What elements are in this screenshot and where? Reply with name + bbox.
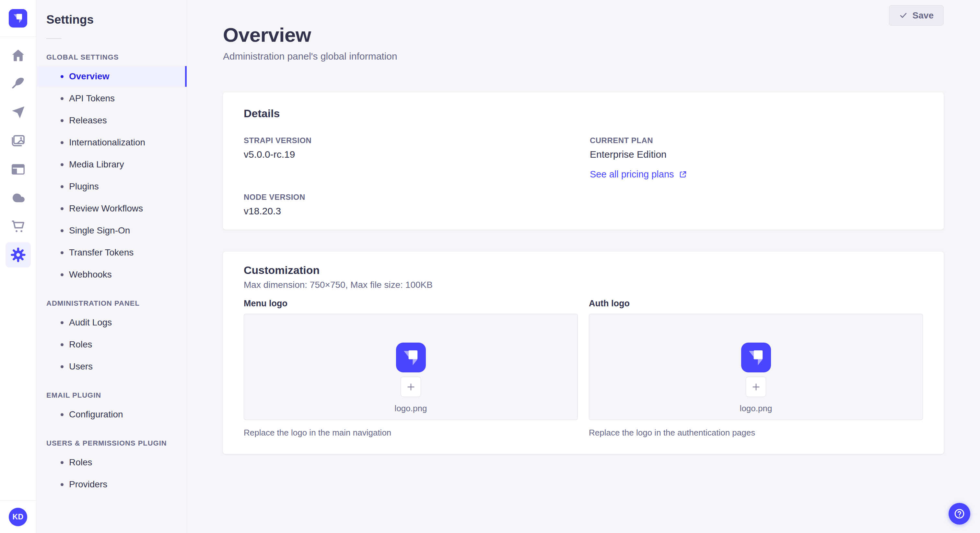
menu-logo-label: Menu logo xyxy=(244,298,578,309)
customization-card-title: Customization xyxy=(244,264,923,276)
home-icon[interactable] xyxy=(11,48,25,63)
add-logo-button[interactable] xyxy=(401,377,421,397)
workspace-logo-area xyxy=(0,0,36,37)
auth-logo-dropzone[interactable]: logo.png xyxy=(589,314,923,420)
sidebar-item-users[interactable]: Users xyxy=(37,356,187,377)
external-link-icon xyxy=(679,170,687,179)
add-logo-button[interactable] xyxy=(746,377,766,397)
bullet-icon xyxy=(60,141,64,144)
sidebar-item-label: Configuration xyxy=(69,409,123,420)
strapi-logo xyxy=(741,343,771,373)
sidebar-item-configuration[interactable]: Configuration xyxy=(37,404,187,425)
sidebar-item-transfer-tokens[interactable]: Transfer Tokens xyxy=(37,242,187,263)
sidebar-item-plugins[interactable]: Plugins xyxy=(37,176,187,197)
nav-section-heading: ADMINISTRATION PANEL xyxy=(46,299,177,308)
plus-icon xyxy=(751,382,761,392)
bullet-icon xyxy=(60,229,64,232)
details-card-title: Details xyxy=(244,107,923,120)
save-button-label: Save xyxy=(913,10,934,21)
sidebar-item-label: Internationalization xyxy=(69,137,145,148)
nav-section-heading: EMAIL PLUGIN xyxy=(46,391,177,400)
nav-section-heading: GLOBAL SETTINGS xyxy=(46,53,177,62)
strapi-version-label: STRAPI VERSION xyxy=(244,136,590,145)
bullet-icon xyxy=(60,97,64,100)
bullet-icon xyxy=(60,343,64,346)
subnav-title: Settings xyxy=(46,13,187,27)
nav-section-heading: USERS & PERMISSIONS PLUGIN xyxy=(46,439,177,447)
sidebar-item-label: Audit Logs xyxy=(69,317,112,328)
page-title: Overview xyxy=(223,23,944,46)
save-button[interactable]: Save xyxy=(889,5,944,25)
bullet-icon xyxy=(60,273,64,276)
bullet-icon xyxy=(60,413,64,416)
strapi-logo xyxy=(396,343,426,373)
sidebar-item-label: Media Library xyxy=(69,159,124,170)
bullet-icon xyxy=(60,207,64,210)
sidebar-item-label: Transfer Tokens xyxy=(69,247,134,258)
settings-subnav: Settings GLOBAL SETTINGSOverviewAPI Toke… xyxy=(37,0,187,533)
current-plan-field: CURRENT PLAN Enterprise Edition See all … xyxy=(590,136,923,180)
sidebar-item-roles[interactable]: Roles xyxy=(37,334,187,355)
sidebar-item-single-sign-on[interactable]: Single Sign-On xyxy=(37,220,187,241)
sidebar-item-review-workflows[interactable]: Review Workflows xyxy=(37,198,187,219)
strapi-version-value: v5.0.0-rc.19 xyxy=(244,149,590,160)
main-navigation-rail: KD xyxy=(0,0,36,533)
node-version-value: v18.20.3 xyxy=(244,206,590,217)
question-mark-circle-icon xyxy=(953,508,966,520)
logos-grid: Menu logo logo.png xyxy=(244,298,923,438)
menu-logo-uploader: Menu logo logo.png xyxy=(244,298,578,438)
auth-logo-helper: Replace the logo in the authentication p… xyxy=(589,428,923,438)
menu-logo-dropzone[interactable]: logo.png xyxy=(244,314,578,420)
cloud-icon[interactable] xyxy=(11,190,25,205)
pictures-icon[interactable] xyxy=(11,133,25,148)
sidebar-item-label: Overview xyxy=(69,71,110,82)
details-grid: STRAPI VERSION v5.0.0-rc.19 CURRENT PLAN… xyxy=(244,136,923,217)
strapi-version-field: STRAPI VERSION v5.0.0-rc.19 xyxy=(244,136,590,180)
paper-plane-icon[interactable] xyxy=(11,105,25,120)
bullet-icon xyxy=(60,365,64,368)
sidebar-item-label: Plugins xyxy=(69,181,99,192)
auth-logo-filename: logo.png xyxy=(740,403,772,414)
current-plan-value: Enterprise Edition xyxy=(590,149,923,160)
sidebar-item-label: Releases xyxy=(69,115,107,125)
sidebar-item-providers[interactable]: Providers xyxy=(37,474,187,495)
bullet-icon xyxy=(60,163,64,166)
menu-logo-helper: Replace the logo in the main navigation xyxy=(244,428,578,438)
sidebar-item-label: Roles xyxy=(69,339,92,350)
pricing-plans-link[interactable]: See all pricing plans xyxy=(590,169,687,180)
help-button[interactable] xyxy=(948,503,970,525)
sidebar-item-internationalization[interactable]: Internationalization xyxy=(37,132,187,153)
subnav-divider xyxy=(46,38,62,39)
sidebar-item-overview[interactable]: Overview xyxy=(37,66,187,87)
gear-icon[interactable] xyxy=(5,242,31,268)
plus-icon xyxy=(406,382,416,392)
strapi-logo[interactable] xyxy=(9,9,27,27)
bullet-icon xyxy=(60,119,64,122)
sidebar-item-media-library[interactable]: Media Library xyxy=(37,154,187,175)
details-card: Details STRAPI VERSION v5.0.0-rc.19 CURR… xyxy=(223,92,944,230)
sidebar-item-roles[interactable]: Roles xyxy=(37,452,187,473)
sidebar-item-releases[interactable]: Releases xyxy=(37,110,187,131)
cart-icon[interactable] xyxy=(11,219,25,234)
check-icon xyxy=(899,11,908,20)
sidebar-item-audit-logs[interactable]: Audit Logs xyxy=(37,312,187,333)
bullet-icon xyxy=(60,321,64,324)
sidebar-item-webhooks[interactable]: Webhooks xyxy=(37,264,187,285)
page-header: Overview Administration panel's global i… xyxy=(223,0,944,62)
sidebar-item-label: Roles xyxy=(69,457,92,468)
auth-logo-uploader: Auth logo logo.png xyxy=(589,298,923,438)
main-content: Overview Administration panel's global i… xyxy=(187,0,980,533)
node-version-label: NODE VERSION xyxy=(244,193,590,202)
page-subtitle: Administration panel's global informatio… xyxy=(223,51,944,62)
sidebar-item-label: Single Sign-On xyxy=(69,225,130,236)
bullet-icon xyxy=(60,251,64,254)
sidebar-item-api-tokens[interactable]: API Tokens xyxy=(37,88,187,109)
sidebar-item-label: Providers xyxy=(69,479,107,490)
current-plan-label: CURRENT PLAN xyxy=(590,136,923,145)
avatar[interactable]: KD xyxy=(9,508,27,526)
bullet-icon xyxy=(60,461,64,464)
layout-icon[interactable] xyxy=(11,162,25,177)
subnav-list: GLOBAL SETTINGSOverviewAPI TokensRelease… xyxy=(37,53,187,495)
feather-icon[interactable] xyxy=(11,76,25,91)
bullet-icon xyxy=(60,185,64,188)
